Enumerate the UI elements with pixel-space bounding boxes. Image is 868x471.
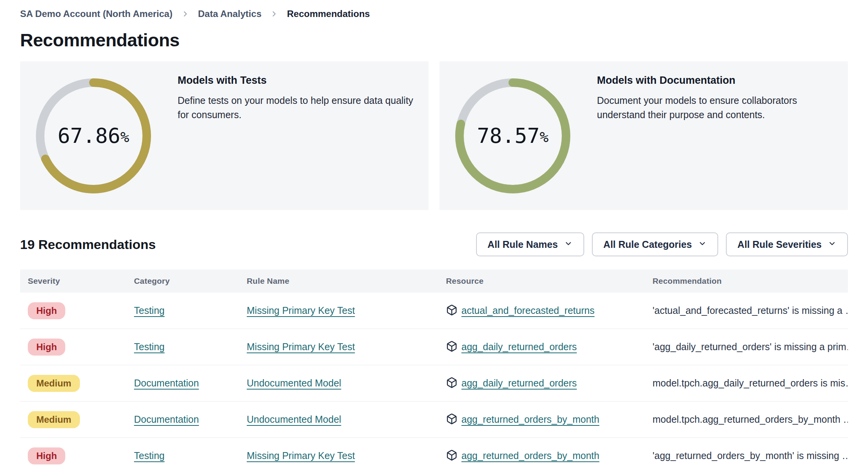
severity-badge: High	[28, 302, 65, 319]
category-link[interactable]: Testing	[134, 341, 164, 352]
summary-cards: 67.86% Models with Tests Define tests on…	[20, 61, 848, 210]
documentation-card-description: Document your models to ensure collabora…	[597, 93, 844, 122]
resource-link[interactable]: agg_returned_orders_by_month	[461, 414, 599, 425]
tests-card-text: Models with Tests Define tests on your m…	[178, 61, 425, 122]
table-body: High Testing Missing Primary Key Test ac…	[20, 293, 848, 471]
table-header-row: Severity Category Rule Name Resource Rec…	[20, 269, 848, 293]
chevron-right-icon	[181, 10, 190, 18]
chevron-down-icon	[828, 239, 836, 250]
recommendations-table: Severity Category Rule Name Resource Rec…	[20, 269, 848, 471]
category-link[interactable]: Documentation	[134, 378, 199, 388]
recommendation-text: 'agg_daily_returned_orders' is missing a…	[653, 341, 848, 352]
tests-card-title: Models with Tests	[178, 75, 425, 86]
rule-name-link[interactable]: Missing Primary Key Test	[247, 305, 355, 316]
rule-severities-filter-dropdown[interactable]: All Rule Severities	[726, 232, 848, 256]
rule-names-filter-dropdown[interactable]: All Rule Names	[476, 232, 584, 256]
rule-categories-filter-dropdown[interactable]: All Rule Categories	[592, 232, 718, 256]
column-header-category: Category	[134, 276, 247, 286]
resource-link[interactable]: agg_returned_orders_by_month	[461, 450, 599, 461]
breadcrumb-account-link[interactable]: SA Demo Account (North America)	[20, 8, 173, 19]
severity-badge: Medium	[28, 411, 80, 428]
recommendation-text: model.tpch.agg_returned_orders_by_month …	[653, 414, 848, 425]
filter-bar: All Rule Names All Rule Categories All R…	[476, 232, 848, 256]
column-header-severity: Severity	[28, 276, 134, 286]
breadcrumb: SA Demo Account (North America) Data Ana…	[20, 0, 848, 19]
recommendation-text: 'agg_returned_orders_by_month' is missin…	[653, 450, 848, 461]
resource-link[interactable]: agg_daily_returned_orders	[461, 378, 577, 389]
documentation-card-title: Models with Documentation	[597, 75, 844, 86]
severity-badge: High	[28, 447, 65, 464]
recommendations-count-title: 19 Recommendations	[20, 237, 156, 252]
documentation-donut-chart: 78.57%	[451, 74, 575, 198]
resource-link[interactable]: agg_daily_returned_orders	[461, 341, 577, 352]
cube-icon	[446, 449, 458, 463]
category-link[interactable]: Documentation	[134, 414, 199, 425]
filter-label: All Rule Severities	[737, 239, 822, 250]
tests-card-description: Define tests on your models to help ensu…	[178, 93, 425, 122]
table-row: High Testing Missing Primary Key Test ag…	[20, 329, 848, 365]
filter-label: All Rule Categories	[604, 239, 692, 250]
documentation-card-text: Models with Documentation Document your …	[597, 61, 844, 122]
tests-donut-chart: 67.86%	[32, 74, 155, 198]
recommendation-text: model.tpch.agg_daily_returned_orders is …	[653, 378, 848, 389]
column-header-resource: Resource	[446, 276, 653, 286]
documentation-percentage-value: 78.57%	[451, 74, 575, 198]
list-header: 19 Recommendations All Rule Names All Ru…	[20, 232, 848, 256]
models-with-tests-card: 67.86% Models with Tests Define tests on…	[20, 61, 429, 210]
column-header-recommendation: Recommendation	[653, 276, 848, 286]
column-header-rule-name: Rule Name	[247, 276, 446, 286]
cube-icon	[446, 377, 458, 390]
rule-name-link[interactable]: Undocumented Model	[247, 414, 341, 425]
recommendations-page: SA Demo Account (North America) Data Ana…	[0, 0, 868, 471]
table-row: High Testing Missing Primary Key Test ac…	[20, 293, 848, 329]
breadcrumb-current: Recommendations	[287, 8, 370, 19]
page-title: Recommendations	[20, 29, 848, 51]
table-row: High Testing Missing Primary Key Test ag…	[20, 438, 848, 471]
severity-badge: High	[28, 339, 65, 356]
table-row: Medium Documentation Undocumented Model …	[20, 365, 848, 402]
filter-label: All Rule Names	[488, 239, 558, 250]
table-row: Medium Documentation Undocumented Model …	[20, 402, 848, 438]
rule-name-link[interactable]: Undocumented Model	[247, 378, 341, 388]
chevron-down-icon	[564, 239, 573, 250]
resource-link[interactable]: actual_and_forecasted_returns	[461, 305, 595, 316]
recommendation-text: 'actual_and_forecasted_returns' is missi…	[653, 305, 848, 316]
rule-name-link[interactable]: Missing Primary Key Test	[247, 341, 355, 352]
cube-icon	[446, 341, 458, 354]
tests-percentage-value: 67.86%	[32, 74, 155, 198]
cube-icon	[446, 304, 458, 317]
severity-badge: Medium	[28, 375, 80, 392]
chevron-right-icon	[270, 10, 278, 18]
cube-icon	[446, 413, 458, 426]
breadcrumb-project-link[interactable]: Data Analytics	[198, 8, 262, 19]
chevron-down-icon	[698, 239, 707, 250]
models-with-documentation-card: 78.57% Models with Documentation Documen…	[439, 61, 848, 210]
category-link[interactable]: Testing	[134, 305, 164, 316]
category-link[interactable]: Testing	[134, 450, 164, 461]
rule-name-link[interactable]: Missing Primary Key Test	[247, 450, 355, 461]
